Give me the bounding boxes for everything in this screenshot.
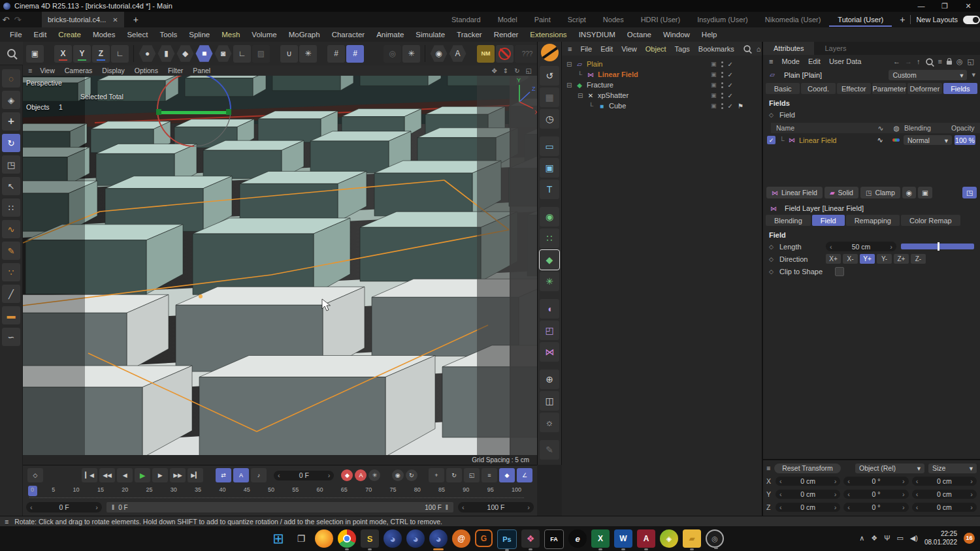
spline-pen-tool[interactable]: ∿ [2, 220, 20, 238]
menu-item[interactable]: Help [696, 31, 723, 39]
snap-button[interactable]: ∪ [280, 45, 298, 63]
volume-icon[interactable]: ◀) [910, 534, 918, 543]
blending-select[interactable]: Normal ▾ [904, 135, 952, 145]
taskbar-windows-start[interactable]: ⊞ [269, 529, 287, 548]
direction-button[interactable]: X- [843, 254, 858, 264]
rotation-input[interactable]: ‹0 °› [843, 503, 908, 512]
document-tab[interactable]: bricks-tutorial.c4... ✕ [42, 12, 124, 27]
menu-item[interactable]: MoGraph [283, 31, 326, 39]
keyable-diamond-icon[interactable]: ◇ [769, 256, 775, 262]
multi-move-tool[interactable]: ∷ [2, 198, 20, 217]
move-tool[interactable]: + [2, 112, 20, 131]
direction-button[interactable]: X+ [826, 254, 841, 264]
maximize-button[interactable]: ❐ [933, 0, 956, 12]
attr-filter-icon[interactable]: ≡ [938, 57, 942, 65]
microphone-icon[interactable]: Ψ [884, 534, 890, 542]
points-mode-button[interactable]: ● [139, 45, 156, 63]
om-menu-item[interactable]: Object [645, 45, 666, 53]
record-scale-button[interactable]: ◱ [464, 468, 480, 482]
taskbar-photoshop[interactable]: Ps [497, 529, 517, 549]
brush-tool[interactable]: ╱ [2, 285, 20, 303]
pen-line-tool[interactable]: ▬ [2, 306, 20, 324]
parent-icon[interactable]: ↑ [917, 57, 921, 65]
layout-tab[interactable]: Model [489, 13, 526, 27]
notification-badge[interactable]: 16 [964, 533, 975, 544]
new-tab-icon[interactable]: + [133, 14, 139, 25]
layout-tab[interactable]: Script [559, 13, 595, 27]
camera-icon[interactable]: ◫ [540, 391, 559, 411]
dropbox-icon[interactable]: ❖ [871, 534, 877, 543]
range-end-input[interactable]: ‹100 F› [458, 502, 534, 512]
light-icon[interactable]: ☼ [540, 413, 559, 432]
next-frame-button[interactable]: ▶ [152, 468, 168, 482]
layout-tab[interactable]: Tutorial (User) [829, 13, 892, 27]
taskbar-task-view[interactable]: ❐ [292, 529, 310, 548]
field-curve-icon[interactable]: ∿ [872, 136, 888, 144]
undo-icon[interactable]: ↶ [0, 15, 12, 25]
previous-key-button[interactable]: ◀◀ [99, 468, 115, 482]
render-region-button[interactable]: ◎ [384, 45, 401, 63]
rotate-tool[interactable]: ↻ [2, 134, 20, 152]
selection-move-tool[interactable]: ↖ [2, 177, 20, 195]
autokey-frame-button[interactable]: A [233, 468, 249, 482]
om-menu-item[interactable]: View [621, 45, 637, 53]
viewport-menu-item[interactable]: Panel [193, 67, 210, 74]
object-row[interactable]: ⊟ ◆ Fracture ▣ ✓ [562, 80, 762, 90]
tweak-tool[interactable]: ◈ [2, 91, 20, 109]
field-layer-tab[interactable]: Remapping [846, 215, 900, 226]
slider-knob[interactable] [938, 242, 939, 251]
layout-tab[interactable]: Paint [526, 13, 559, 27]
preset-extra-chevron-icon[interactable]: ▾ [972, 71, 975, 79]
attribute-tab[interactable]: Coord. [801, 83, 835, 94]
layout-tab[interactable]: Standard [443, 13, 489, 27]
object-label[interactable]: Cube [609, 102, 626, 110]
taskbar-obs[interactable]: ◎ [706, 529, 724, 548]
tab-attributes[interactable]: Attributes [763, 42, 814, 55]
range-slider[interactable]: ‖0 F 100 F‖ [106, 502, 453, 512]
taskbar-firefox[interactable] [315, 529, 333, 548]
rotation-input[interactable]: ‹0 °› [843, 477, 908, 486]
quantize-lock-button[interactable]: # [346, 45, 364, 63]
visibility-dots-icon[interactable] [721, 72, 723, 78]
spline-smooth-tool[interactable]: ∽ [2, 328, 20, 346]
scale-tool[interactable]: ◳ [2, 155, 20, 174]
text-primitive-icon[interactable]: T [540, 180, 559, 199]
taskbar-sublime[interactable]: S [361, 529, 379, 548]
enabled-check-icon[interactable]: ✓ [728, 82, 733, 89]
attr-hamburger-icon[interactable]: ≡ [769, 57, 773, 65]
autokey-button[interactable]: A [355, 469, 367, 481]
view-history-icon[interactable]: ↺ [540, 66, 559, 86]
history-back-icon[interactable]: ← [893, 57, 900, 65]
spin-right-icon[interactable]: › [890, 243, 892, 251]
layout-tab[interactable]: HDRI (User) [632, 13, 689, 27]
field-layer-tab[interactable]: Color Remap [901, 215, 960, 226]
close-button[interactable]: ✕ [956, 0, 980, 12]
grid-plane-icon[interactable]: ▦ [540, 87, 559, 107]
keyframe-diamond-button[interactable]: ◇ [27, 468, 43, 482]
subdivision-surface-icon[interactable]: ◉ [540, 207, 559, 227]
render-settings-button[interactable]: ✳ [402, 45, 420, 63]
attr-menu-item[interactable]: Mode [781, 57, 800, 65]
field-group-row[interactable]: ◇ Field [763, 108, 980, 121]
attr-menu-item[interactable]: User Data [829, 57, 862, 65]
field-layer-tab[interactable]: Field [812, 215, 845, 226]
taskbar-excel[interactable]: X [591, 529, 610, 548]
color-channels-icon[interactable] [888, 138, 904, 142]
globe-icon[interactable]: ⊕ [540, 370, 559, 389]
taskbar-xnview[interactable]: ◈ [660, 529, 678, 548]
keyframe-selection-button[interactable]: ◆ [499, 468, 515, 482]
taskbar-g-app[interactable]: G [475, 529, 493, 547]
viewport-menu-item[interactable]: Filter [168, 67, 183, 74]
length-input[interactable]: ‹ 50 cm › [826, 242, 896, 251]
display-icon[interactable]: ▭ [896, 534, 903, 543]
x-axis-lock-button[interactable]: X [54, 45, 72, 63]
taskbar-resolve[interactable]: ❖ [521, 529, 540, 548]
reset-transform-button[interactable]: Reset Transform [774, 464, 841, 473]
range-grip-right[interactable]: ‖ [446, 504, 448, 511]
attribute-tab[interactable]: Fields [943, 83, 977, 94]
object-row[interactable]: └ ■ Cube ▣ ✓ ⚑ [562, 101, 762, 111]
redo-icon[interactable]: ↷ [12, 15, 24, 25]
texture-mode-button[interactable]: ◙ [214, 45, 232, 63]
minimize-button[interactable]: — [909, 0, 933, 12]
menu-item[interactable]: Extensions [524, 31, 572, 39]
